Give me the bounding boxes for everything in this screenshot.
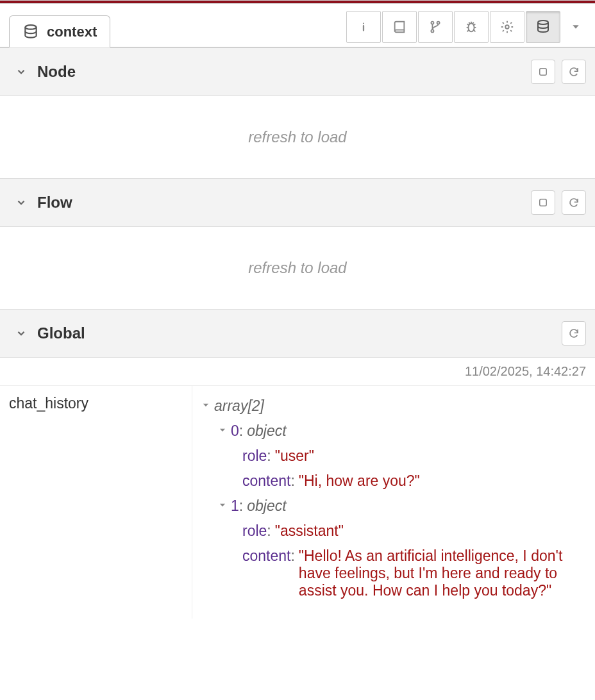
chevron-down-icon bbox=[15, 66, 27, 78]
tree-prop-content-1[interactable]: content: "Hello! As an artificial intell… bbox=[201, 544, 586, 603]
section-title-flow: Flow bbox=[37, 194, 72, 212]
svg-point-1 bbox=[363, 22, 364, 24]
tree-type: object bbox=[247, 422, 286, 440]
tab-label: context bbox=[47, 24, 97, 40]
square-icon bbox=[537, 197, 549, 208]
bug-icon bbox=[464, 20, 478, 34]
tree-value: "user" bbox=[275, 447, 314, 465]
info-icon bbox=[356, 20, 371, 34]
tree-value: "assistant" bbox=[275, 522, 344, 540]
global-value-tree: array[2] 0: object role: "user" content:… bbox=[192, 386, 595, 619]
flow-checkbox-button[interactable] bbox=[531, 190, 555, 215]
tree-index: 1 bbox=[231, 497, 239, 515]
debug-button[interactable] bbox=[454, 11, 489, 43]
chevron-down-icon bbox=[15, 197, 27, 208]
section-header-global[interactable]: Global bbox=[0, 309, 595, 358]
book-icon bbox=[392, 20, 406, 34]
tab-context[interactable]: context bbox=[9, 15, 110, 47]
database-icon bbox=[535, 19, 551, 35]
refresh-icon bbox=[568, 197, 580, 208]
section-header-node[interactable]: Node bbox=[0, 47, 595, 96]
tree-prop-content-0[interactable]: content: "Hi, how are you?" bbox=[201, 469, 586, 494]
global-refresh-button[interactable] bbox=[562, 321, 586, 346]
node-checkbox-button[interactable] bbox=[531, 60, 555, 84]
settings-button[interactable] bbox=[490, 11, 524, 43]
tree-key: role bbox=[242, 522, 267, 540]
refresh-icon bbox=[568, 328, 580, 339]
tree-key: content bbox=[242, 547, 290, 565]
svg-point-6 bbox=[505, 25, 509, 29]
global-key: chat_history bbox=[0, 386, 192, 619]
svg-point-0 bbox=[25, 25, 36, 29]
svg-point-4 bbox=[431, 29, 433, 32]
tree-prop-role-1[interactable]: role: "assistant" bbox=[201, 519, 586, 544]
node-empty-body: refresh to load bbox=[0, 96, 595, 178]
section-title-global: Global bbox=[37, 324, 85, 342]
svg-point-2 bbox=[431, 22, 433, 24]
tree-value: "Hello! As an artificial intelligence, I… bbox=[299, 547, 586, 599]
toolbar bbox=[341, 6, 595, 47]
tree-value: "Hi, how are you?" bbox=[299, 472, 420, 490]
tree-index: 0 bbox=[231, 422, 239, 440]
refresh-icon bbox=[568, 66, 580, 78]
tab-bar: context bbox=[0, 4, 595, 47]
database-icon bbox=[22, 24, 39, 40]
caret-down-icon bbox=[218, 501, 227, 510]
svg-rect-9 bbox=[540, 199, 547, 206]
tree-prop-role-0[interactable]: role: "user" bbox=[201, 444, 586, 469]
node-empty-text: refresh to load bbox=[248, 128, 346, 146]
gear-icon bbox=[500, 20, 514, 34]
flow-refresh-button[interactable] bbox=[562, 190, 586, 215]
tree-type: object bbox=[247, 497, 286, 515]
chevron-down-icon bbox=[15, 328, 27, 339]
toolbar-dropdown[interactable] bbox=[562, 11, 590, 43]
svg-point-3 bbox=[437, 22, 440, 24]
tree-key: role bbox=[242, 447, 267, 465]
info-button[interactable] bbox=[346, 11, 381, 43]
node-refresh-button[interactable] bbox=[562, 60, 586, 84]
git-button[interactable] bbox=[418, 11, 453, 43]
tree-root-type: array[2] bbox=[214, 397, 264, 415]
section-title-node: Node bbox=[37, 63, 76, 81]
tree-key: content bbox=[242, 472, 290, 490]
context-data-button[interactable] bbox=[526, 11, 560, 43]
svg-point-7 bbox=[538, 21, 548, 24]
git-branch-icon bbox=[428, 20, 442, 34]
caret-down-icon bbox=[571, 22, 581, 32]
global-data-row: chat_history array[2] 0: object role: "u… bbox=[0, 386, 595, 619]
help-button[interactable] bbox=[382, 11, 417, 43]
svg-rect-8 bbox=[540, 69, 547, 76]
caret-down-icon bbox=[218, 426, 227, 435]
tree-root[interactable]: array[2] bbox=[201, 394, 586, 419]
square-icon bbox=[537, 66, 549, 78]
flow-empty-text: refresh to load bbox=[248, 259, 346, 277]
section-header-flow[interactable]: Flow bbox=[0, 178, 595, 227]
caret-down-icon bbox=[201, 401, 210, 410]
flow-empty-body: refresh to load bbox=[0, 227, 595, 309]
tree-item-0[interactable]: 0: object bbox=[201, 419, 586, 444]
global-timestamp: 11/02/2025, 14:42:27 bbox=[0, 358, 595, 386]
tree-item-1[interactable]: 1: object bbox=[201, 494, 586, 519]
